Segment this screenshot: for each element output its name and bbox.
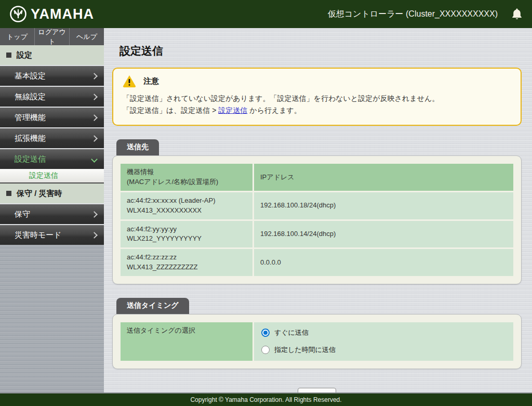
sidebar-item-wireless-settings[interactable]: 無線設定: [0, 87, 104, 107]
device-table: 機器情報 (MACアドレス/名称/設置場所) IPアドレス ac:44:f2:x…: [119, 162, 515, 278]
table-row: ac:44:f2:yy:yy:yy WLX212_YYYYYYYYYY 192.…: [121, 221, 513, 248]
section-bullet-icon: [6, 191, 11, 196]
warning-line2-prefix: 「設定送信」は、設定送信 >: [123, 106, 218, 114]
sidebar-section-maintenance: 保守 / 災害時: [0, 184, 104, 203]
device-name: WLX212_YYYYYYYYYY: [127, 234, 246, 244]
radio-option-immediate[interactable]: すぐに送信: [260, 326, 507, 340]
chevron-right-icon: [91, 94, 98, 100]
ip-cell: 0.0.0.0: [254, 249, 513, 276]
table-row: ac:44:f2:xx:xx:xx (Leader-AP) WLX413_XXX…: [121, 192, 513, 219]
device-name: WLX413_ZZZZZZZZZZ: [127, 263, 246, 272]
sidebar-item-maintenance[interactable]: 保守: [0, 204, 104, 224]
copyright-text: Copyright © Yamaha Corporation. All Righ…: [190, 396, 341, 403]
device-table-header-row: 機器情報 (MACアドレス/名称/設置場所) IPアドレス: [121, 164, 513, 191]
chevron-right-icon: [91, 135, 98, 142]
sidebar-item-label: 管理機能: [15, 113, 46, 123]
sidebar-item-label: 災害時モード: [15, 230, 62, 240]
sidebar-subitem-config-send[interactable]: 設定送信: [0, 169, 104, 184]
warning-line1: 「設定送信」されていない設定があります。「設定送信」を行わないと設定が反映されま…: [123, 93, 511, 104]
device-cell: ac:44:f2:yy:yy:yy WLX212_YYYYYYYYYY: [121, 221, 252, 248]
timing-table: 送信タイミングの選択 すぐに送信 指定した時間に送信: [119, 321, 515, 362]
destinations-section-tab: 送信先: [116, 139, 159, 155]
warning-title: 注意: [143, 76, 159, 86]
sidebar-section-maintenance-label: 保守 / 災害時: [17, 189, 62, 199]
notification-bell-icon[interactable]: [511, 8, 523, 20]
column-header-device-line1: 機器情報: [127, 167, 246, 177]
column-header-ip: IPアドレス: [254, 164, 513, 191]
column-header-device-line2: (MACアドレス/名称/設置場所): [127, 177, 246, 187]
sidebar-item-label: 保守: [15, 209, 30, 219]
warning-box: 注意 「設定送信」されていない設定があります。「設定送信」を行わないと設定が反映…: [112, 68, 522, 126]
radio-button-icon[interactable]: [261, 346, 270, 354]
timing-section-tab: 送信タイミング: [116, 298, 189, 314]
timing-panel: 送信タイミングの選択 すぐに送信 指定した時間に送信: [112, 314, 522, 369]
yamaha-logo: YAMAHA: [9, 5, 94, 23]
device-mac: ac:44:f2:zz:zz:zz: [127, 253, 246, 263]
controller-title: 仮想コントローラー (Cluster_XXXXXXXXXX): [328, 9, 498, 20]
timing-options-cell: すぐに送信 指定した時間に送信: [254, 322, 513, 361]
submit-button[interactable]: 送信: [298, 388, 336, 392]
table-row: ac:44:f2:zz:zz:zz WLX413_ZZZZZZZZZZ 0.0.…: [121, 249, 513, 276]
tuning-fork-logo-icon: [9, 5, 27, 23]
device-name: WLX413_XXXXXXXXXX: [127, 206, 246, 216]
sidebar-item-label: 無線設定: [15, 92, 46, 102]
main-content: 設定送信 注意 「設定送信」されていない設定があります。「設定送信」を行わないと…: [104, 28, 532, 392]
sidebar-tab-help[interactable]: ヘルプ: [69, 28, 104, 45]
radio-label: すぐに送信: [274, 328, 309, 338]
device-mac: ac:44:f2:xx:xx:xx (Leader-AP): [127, 196, 246, 206]
chevron-right-icon: [91, 114, 98, 121]
column-header-device: 機器情報 (MACアドレス/名称/設置場所): [121, 164, 252, 191]
sidebar: トップ ログアウト ヘルプ 設定 基本設定 無線設定 管理機能 拡張機能 設定送…: [0, 28, 104, 392]
timing-label-cell: 送信タイミングの選択: [121, 322, 252, 361]
app-header: YAMAHA 仮想コントローラー (Cluster_XXXXXXXXXX): [0, 0, 532, 28]
radio-button-icon[interactable]: [261, 329, 270, 337]
warning-line2-suffix: から行えます。: [247, 106, 301, 114]
device-mac: ac:44:f2:yy:yy:yy: [127, 225, 246, 234]
chevron-right-icon: [91, 73, 98, 80]
sidebar-section-settings-label: 設定: [17, 50, 32, 60]
chevron-right-icon: [91, 211, 98, 218]
sidebar-section-settings: 設定: [0, 45, 104, 65]
app-footer: Copyright © Yamaha Corporation. All Righ…: [0, 392, 532, 406]
chevron-down-icon: [91, 156, 98, 163]
warning-triangle-icon: [123, 75, 136, 87]
warning-line2: 「設定送信」は、設定送信 > 設定送信 から行えます。: [123, 104, 511, 116]
brand-text: YAMAHA: [31, 6, 94, 22]
sidebar-item-label: 設定送信: [15, 154, 46, 164]
sidebar-item-management-functions[interactable]: 管理機能: [0, 108, 104, 127]
sidebar-item-label: 基本設定: [15, 71, 46, 81]
sidebar-tab-top[interactable]: トップ: [0, 28, 34, 45]
sidebar-item-label: 拡張機能: [15, 134, 46, 143]
sidebar-item-extended-functions[interactable]: 拡張機能: [0, 128, 104, 148]
chevron-right-icon: [91, 232, 98, 239]
sidebar-item-disaster-mode[interactable]: 災害時モード: [0, 225, 104, 245]
sidebar-item-basic-settings[interactable]: 基本設定: [0, 66, 104, 86]
device-cell: ac:44:f2:zz:zz:zz WLX413_ZZZZZZZZZZ: [121, 249, 252, 276]
section-bullet-icon: [6, 53, 11, 58]
radio-option-scheduled[interactable]: 指定した時間に送信: [260, 343, 507, 357]
page-title: 設定送信: [119, 44, 522, 58]
timing-row: 送信タイミングの選択 すぐに送信 指定した時間に送信: [121, 322, 513, 361]
sidebar-filler: [0, 245, 104, 392]
destinations-panel: 機器情報 (MACアドレス/名称/設置場所) IPアドレス ac:44:f2:x…: [112, 155, 522, 284]
radio-label: 指定した時間に送信: [274, 345, 336, 355]
sidebar-tab-logout[interactable]: ログアウト: [34, 28, 69, 45]
config-send-link[interactable]: 設定送信: [218, 106, 247, 114]
sidebar-tab-bar: トップ ログアウト ヘルプ: [0, 28, 104, 45]
sidebar-item-config-send[interactable]: 設定送信: [0, 149, 104, 169]
ip-cell: 192.168.100.14/24(dhcp): [254, 221, 513, 248]
device-cell: ac:44:f2:xx:xx:xx (Leader-AP) WLX413_XXX…: [121, 192, 252, 219]
ip-cell: 192.168.100.18/24(dhcp): [254, 192, 513, 219]
